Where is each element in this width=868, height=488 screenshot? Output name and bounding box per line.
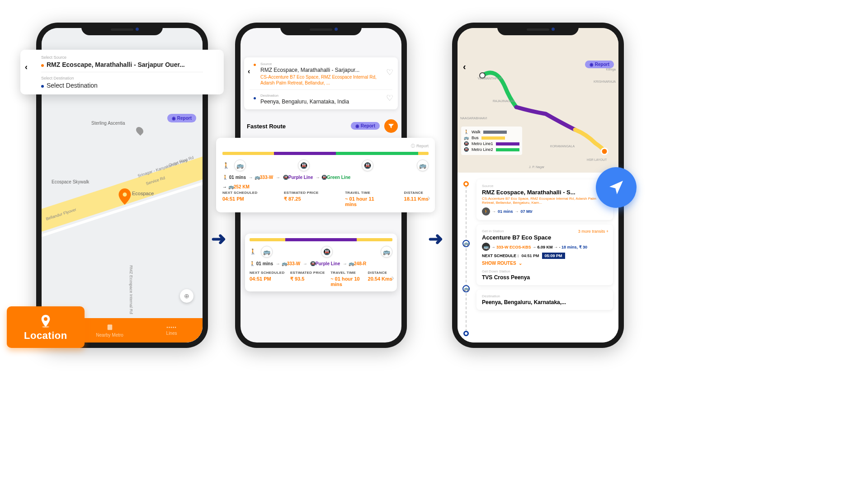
station-title: Accenture B7 Eco Space [482, 234, 608, 241]
chevron-right-icon: › [391, 272, 394, 283]
hint-label: Destination [482, 294, 608, 298]
station-card[interactable]: 3 more transits + Get in Station Accentu… [476, 225, 613, 285]
route-segment-bar [250, 238, 392, 241]
flow-arrow-icon: ➜ [211, 228, 226, 249]
getdown-title: TVS Cross Peenya [482, 274, 608, 281]
walk-icon: 🚶 [482, 207, 490, 216]
map-label: Ecospace Skywalk [52, 179, 89, 184]
source-subtext: CS-Accenture B7 Eco Space, RMZ Ecospace … [260, 74, 380, 86]
fastest-route-label: Fastest Route [247, 123, 286, 130]
screen-3: ‹ ◉ Report YESWANTHPUR RAJAJINAGAR NAAGA… [458, 28, 618, 343]
destination-hint: Select Destination [41, 76, 217, 80]
map-label: RMZ Ecospace Internal Rd [129, 265, 133, 314]
back-button[interactable]: ‹ [25, 62, 28, 72]
source-value[interactable]: RMZ Ecospace, Marathahalli - Sarjapur... [260, 67, 380, 73]
map-label: RAJAJINAGAR [493, 99, 514, 103]
route-steps: 🚶 01 mins →🚌333-W → 🚇Purple Line →🚇Green… [222, 175, 429, 180]
map-label: Ecospace [132, 191, 154, 196]
route-map[interactable]: ‹ ◉ Report YESWANTHPUR RAJAJINAGAR NAAGA… [458, 28, 618, 173]
bus-icon: 🚌 [381, 246, 392, 258]
destination-hint: Destination [260, 94, 380, 98]
bus-icon: 🚌 [462, 285, 470, 292]
route-search-card: ‹ ♡ Source RMZ Ecospace, Marathahalli - … [244, 57, 398, 109]
more-transits-link[interactable]: 3 more transits + [578, 229, 609, 234]
map-label: NAAGARABHAAVI [460, 117, 487, 120]
back-button[interactable]: ‹ [463, 61, 466, 72]
map-label: KRISHNARAJA [594, 80, 616, 83]
nav-nearby-metro[interactable]: Nearby Metro [79, 318, 141, 343]
route-mode-icons: 🚶 🚌 🚇 🚇 🚌 [222, 160, 429, 171]
report-button[interactable]: ◉ Report [167, 114, 196, 122]
route-segment-bar [222, 152, 429, 155]
filter-button[interactable] [384, 119, 398, 133]
svg-point-1 [42, 326, 49, 328]
destination-card: Destination Peenya, Bengaluru, Karnataka… [476, 290, 613, 310]
destination-input[interactable]: Select Destination [41, 82, 217, 89]
nav-lines[interactable]: ••••• Lines [141, 318, 203, 343]
route-option-2[interactable]: 🚶 🚌 🚇 🚌 🚶 01 mins →🚌333-W → 🚇Purple Line… [245, 234, 397, 291]
recenter-button[interactable]: ⊕ [180, 289, 193, 303]
source-hint: Select Source [41, 55, 217, 60]
route-option-1[interactable]: ⓘ Report 🚶 🚌 🚇 🚇 🚌 🚶 01 mins →🚌333-W → 🚇… [216, 138, 435, 212]
metro-icon: 🚇 [298, 160, 310, 171]
map-label: Sterling Ascentia [91, 121, 125, 126]
bus-icon: 🚌 [261, 246, 273, 258]
bus-icon: 🚌 [462, 240, 470, 247]
hint-label: Get Down Station [482, 269, 608, 273]
walk-icon: 🚶 [464, 130, 469, 134]
hint-label: Source [482, 184, 608, 188]
bus-icon: 🚌 [417, 160, 429, 171]
favorite-dest-button[interactable]: ♡ [386, 93, 393, 103]
location-marker-icon [118, 188, 131, 206]
walk-icon: 🚶 [250, 249, 256, 255]
report-button[interactable]: ◉ Report [351, 122, 380, 130]
walk-icon: 🚶 [222, 162, 230, 169]
source-title: RMZ Ecospace, Marathahalli - S... [482, 189, 608, 196]
metro-icon: 🚇 [321, 246, 333, 258]
map-label: KORAMANGALA [550, 145, 575, 148]
flow-arrow-icon: ➜ [428, 228, 443, 249]
bus-icon: 🚌 [234, 160, 246, 171]
metro-icon: 🚇 [464, 147, 469, 152]
map-label: Kithiga [606, 68, 616, 71]
svg-point-3 [601, 148, 608, 155]
map-label: YESWANTHPUR [477, 77, 502, 80]
source-hint: Source [260, 62, 380, 66]
metro-icon: 🚇 [362, 160, 373, 171]
bus-icon: 🚌 [482, 243, 490, 251]
search-card: ‹ Select Source RMZ Ecoscape, Marathahal… [20, 50, 224, 94]
chevron-right-icon: › [427, 192, 430, 203]
destination-title: Peenya, Bengaluru, Karnataka,... [482, 299, 608, 305]
phone-mockup-2: ‹ ♡ Source RMZ Ecospace, Marathahalli - … [235, 23, 407, 348]
map-label: J. P. Nagar [529, 165, 544, 169]
map-legend: 🚶Walk 🚌Bus 🚇Metro Line1 🚇Metro Line2 [461, 127, 522, 155]
map-label: HSR LAYOUT [587, 158, 607, 161]
navigate-fab[interactable] [596, 167, 637, 208]
bus-icon: 🚌 [464, 136, 469, 140]
metro-icon: 🚇 [464, 141, 469, 146]
route-steps: 🚶 01 mins →🚌333-W → 🚇Purple Line →🚌248-R [250, 261, 392, 266]
favorite-source-button[interactable]: ♡ [386, 67, 393, 77]
phone-mockup-3: ‹ ◉ Report YESWANTHPUR RAJAJINAGAR NAAGA… [452, 23, 624, 348]
show-routes-button[interactable]: SHOW ROUTES ⌄ [482, 261, 608, 266]
route-detail-panel: 🚌 🚌 Source RMZ Ecospace, Marathahalli - … [458, 175, 618, 343]
destination-value[interactable]: Peenya, Bengaluru, Karnataka, India [260, 99, 380, 105]
phone-mockup-1: Srinagar - Kanyakumari Hwy Outer Ring Rd… [36, 23, 208, 348]
source-card: Source RMZ Ecospace, Marathahalli - S...… [476, 179, 613, 220]
route-mode-icons: 🚶 🚌 🚇 🚌 [250, 246, 392, 258]
back-button[interactable]: ‹ [248, 67, 250, 75]
report-link[interactable]: ⓘ Report [222, 143, 429, 149]
map-pin-icon [135, 126, 145, 136]
location-fab[interactable]: Location [7, 306, 85, 348]
report-button[interactable]: ◉ Report [585, 61, 614, 68]
timeline: 🚌 🚌 [466, 181, 467, 336]
svg-rect-0 [107, 324, 112, 330]
source-input[interactable]: RMZ Ecoscape, Marathahalli - Sarjapur Ou… [41, 61, 217, 68]
source-subtext: CS-Accenture B7 Eco Space, RMZ Ecospace … [482, 197, 608, 205]
